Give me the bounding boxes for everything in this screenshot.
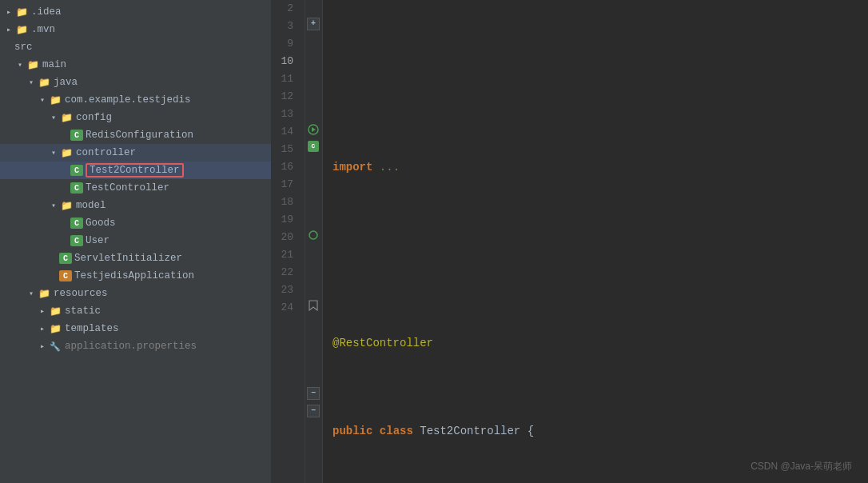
collapse-23-icon: −: [311, 402, 316, 420]
collapse-22-icon: −: [311, 385, 316, 402]
line-num-11: 11: [272, 70, 298, 88]
tree-item-testjedisapp[interactable]: TestjedisApplication: [0, 267, 271, 285]
collapse-22[interactable]: −: [307, 387, 320, 400]
tree-item-idea[interactable]: .idea: [0, 3, 271, 21]
code-lines-container: import ... @RestController public class …: [323, 0, 868, 483]
label-goods: Goods: [86, 218, 116, 229]
label-testjedisapp: TestjedisApplication: [74, 270, 194, 281]
plain-space: [372, 158, 379, 176]
tree-item-src[interactable]: src: [0, 38, 271, 56]
label-appprops: application.properties: [65, 341, 197, 352]
label-user: User: [86, 235, 109, 246]
tree-item-templates[interactable]: templates: [0, 320, 271, 337]
label-testcontroller: TestController: [86, 182, 169, 194]
folder-icon-model: [59, 199, 74, 212]
line-numbers: 2 3 9 10 11 12 13 14 15 16 17 18 19 20 2…: [272, 0, 305, 483]
tree-item-com[interactable]: com.example.testjedis: [0, 91, 271, 109]
line-num-13: 13: [272, 106, 298, 123]
class-icon-test2controller: [70, 165, 83, 176]
line-num-21: 21: [272, 246, 298, 264]
class-icon-testjedisapp: [59, 270, 72, 281]
line-num-17: 17: [272, 176, 298, 194]
folder-icon-java: [37, 76, 51, 89]
code-line-10: @RestController: [332, 334, 868, 352]
line-num-16: 16: [272, 158, 298, 176]
folder-icon-mvn: [14, 23, 29, 36]
folder-icon-templates: [48, 322, 62, 335]
class-icon-goods: [70, 218, 83, 229]
line-num-10: 10: [272, 53, 298, 70]
line-num-18: 18: [272, 194, 298, 211]
arrow-mvn: [3, 25, 14, 34]
label-main: main: [42, 59, 66, 70]
arrow-model: [48, 201, 59, 210]
line-num-22: 22: [272, 264, 298, 281]
arrow-resources: [26, 289, 37, 298]
code-editor: 2 3 9 10 11 12 13 14 15 16 17 18 19 20 2…: [272, 0, 868, 483]
tree-item-mvn[interactable]: .mvn: [0, 21, 271, 38]
plain-11: [372, 422, 379, 440]
line-num-9: 9: [272, 35, 298, 53]
arrow-appprops: [37, 341, 48, 351]
arrow-com: [37, 95, 48, 105]
tree-item-static[interactable]: static: [0, 302, 271, 320]
line-num-14: 14: [272, 123, 298, 141]
kw-import: import: [332, 158, 372, 176]
tree-item-model[interactable]: model: [0, 197, 271, 214]
import-dots: ...: [380, 158, 400, 176]
tree-item-test2controller[interactable]: Test2Controller: [0, 162, 271, 179]
plain-11b: [413, 422, 420, 440]
tree-item-redisconfig[interactable]: RedisConfiguration: [0, 126, 271, 144]
expand-import[interactable]: +: [307, 18, 320, 30]
tree-item-controller[interactable]: controller: [0, 144, 271, 162]
file-tree: .idea .mvn src main java com.example.tes…: [0, 0, 272, 483]
label-com: com.example.testjedis: [65, 94, 191, 106]
label-mvn: .mvn: [31, 24, 55, 35]
arrow-main: [14, 60, 26, 70]
arrow-idea: [3, 7, 14, 17]
folder-icon-idea: [14, 6, 29, 18]
tree-item-config[interactable]: config: [0, 109, 271, 126]
tree-item-user[interactable]: User: [0, 232, 271, 249]
code-line-11: public class Test2Controller {: [332, 422, 868, 440]
line-num-20: 20: [272, 229, 298, 246]
tree-item-resources[interactable]: resources: [0, 285, 271, 302]
annotation-restcontroller: @RestController: [332, 334, 433, 352]
tree-item-appprops[interactable]: 🔧 application.properties: [0, 337, 271, 355]
code-line-9: [332, 246, 868, 264]
folder-icon-static: [48, 305, 62, 317]
label-src: src: [14, 42, 33, 53]
label-controller: controller: [76, 147, 136, 158]
expand-import-icon: +: [311, 15, 316, 33]
gutter-badge-11: c: [308, 141, 319, 152]
class-icon-servlet: [59, 253, 72, 264]
collapse-23[interactable]: −: [307, 405, 320, 417]
folder-icon-main: [26, 58, 40, 71]
line-num-23: 23: [272, 281, 298, 299]
plain-11c: {: [520, 422, 534, 440]
arrow-static: [37, 306, 48, 316]
code-line-3: import ...: [332, 158, 868, 176]
file-icon-appprops: 🔧: [48, 340, 62, 353]
class-icon-testcontroller: [70, 182, 83, 194]
folder-icon-controller: [59, 146, 74, 159]
tree-item-java[interactable]: java: [0, 74, 271, 91]
label-redisconfig: RedisConfiguration: [86, 130, 193, 141]
line-num-2: 2: [272, 0, 298, 18]
line-num-15: 15: [272, 141, 298, 158]
watermark: CSDN @Java-呆萌老师: [751, 460, 852, 473]
tree-item-goods[interactable]: Goods: [0, 214, 271, 232]
label-idea: .idea: [31, 6, 62, 18]
label-test2controller: Test2Controller: [86, 163, 184, 178]
line-num-19: 19: [272, 211, 298, 229]
folder-icon-config: [59, 111, 74, 124]
line-num-24: 24: [272, 299, 298, 317]
label-model: model: [76, 200, 106, 211]
folder-icon-resources: [37, 287, 51, 300]
label-templates: templates: [65, 323, 119, 334]
tree-item-servlet[interactable]: ServletInitializer: [0, 249, 271, 267]
tree-item-testcontroller[interactable]: TestController: [0, 179, 271, 197]
arrow-java: [26, 78, 37, 87]
tree-item-main[interactable]: main: [0, 56, 271, 74]
class-icon-user: [70, 235, 83, 246]
